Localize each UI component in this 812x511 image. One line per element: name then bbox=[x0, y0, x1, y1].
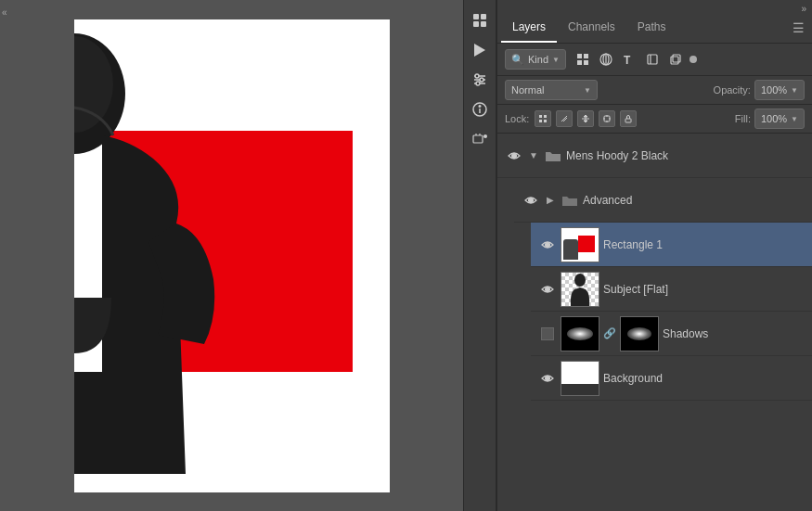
svg-point-15 bbox=[479, 106, 481, 108]
lock-all-icon[interactable] bbox=[620, 110, 637, 127]
svg-rect-22 bbox=[577, 60, 582, 65]
blend-mode-arrow: ▼ bbox=[584, 86, 591, 95]
svg-rect-5 bbox=[481, 21, 486, 27]
toolbar-icon-1[interactable] bbox=[467, 7, 493, 33]
opacity-arrow: ▼ bbox=[791, 86, 798, 95]
blend-mode-dropdown[interactable]: Normal ▼ bbox=[505, 80, 598, 100]
svg-rect-2 bbox=[473, 14, 479, 19]
collapse-left-button[interactable]: « bbox=[2, 7, 7, 18]
svg-rect-4 bbox=[473, 21, 479, 27]
svg-text:T: T bbox=[624, 54, 631, 66]
layer-visibility-toggle[interactable] bbox=[538, 280, 557, 299]
svg-point-10 bbox=[475, 74, 479, 78]
layer-link-icon[interactable]: 🔗 bbox=[603, 327, 616, 340]
kind-filter-dropdown[interactable]: 🔍 Kind ▼ bbox=[505, 49, 566, 70]
svg-rect-31 bbox=[673, 55, 680, 62]
layer-name: Subject [Flat] bbox=[603, 283, 805, 296]
layer-item[interactable]: Subject [Flat] bbox=[531, 267, 812, 312]
tab-paths[interactable]: Paths bbox=[626, 13, 677, 43]
hoodie-figure bbox=[74, 19, 232, 492]
toolbar-icon-play[interactable] bbox=[467, 37, 493, 63]
layer-thumbnail bbox=[561, 227, 599, 262]
svg-point-48 bbox=[512, 153, 517, 158]
fill-arrow: ▼ bbox=[791, 115, 798, 123]
toolbar-icon-info[interactable] bbox=[467, 96, 493, 122]
toolbar-icon-sliders[interactable] bbox=[467, 67, 493, 93]
layer-visibility-toggle[interactable] bbox=[538, 236, 557, 254]
svg-rect-20 bbox=[577, 54, 582, 58]
layer-expand-toggle[interactable]: ▼ bbox=[527, 149, 540, 162]
tabs-row: Layers Channels Paths ☰ bbox=[497, 13, 812, 44]
layer-name: Rectangle 1 bbox=[603, 238, 805, 251]
fill-group: Fill: 100% ▼ bbox=[735, 109, 805, 129]
svg-point-11 bbox=[480, 78, 483, 82]
layer-name: Mens Hoody 2 Black bbox=[566, 149, 805, 162]
opacity-label: Opacity: bbox=[714, 84, 751, 96]
layer-visibility-toggle[interactable] bbox=[522, 191, 540, 210]
blend-mode-row: Normal ▼ Opacity: 100% ▼ bbox=[497, 76, 812, 105]
svg-point-49 bbox=[529, 198, 534, 202]
right-panel: » Layers Channels Paths ☰ 🔍 Kind ▼ bbox=[496, 0, 812, 511]
layer-item[interactable]: 🔗 Shadows bbox=[531, 312, 812, 356]
svg-point-12 bbox=[476, 82, 480, 85]
filter-smart-icon[interactable] bbox=[666, 50, 685, 69]
collapse-right-button[interactable]: » bbox=[497, 0, 812, 13]
filter-pixel-icon[interactable] bbox=[574, 50, 592, 69]
layer-mask-thumbnail bbox=[620, 316, 659, 351]
svg-marker-41 bbox=[584, 121, 587, 122]
lock-row: Lock: bbox=[497, 105, 812, 134]
opacity-group: Opacity: 100% ▼ bbox=[714, 80, 805, 100]
svg-point-52 bbox=[574, 274, 586, 287]
search-icon: 🔍 bbox=[511, 54, 524, 66]
layer-thumbnail bbox=[561, 272, 599, 307]
lock-icons-group bbox=[535, 110, 637, 127]
layer-item[interactable]: Rectangle 1 bbox=[531, 223, 812, 267]
lock-artboard-icon[interactable] bbox=[599, 110, 615, 127]
svg-point-53 bbox=[546, 376, 550, 380]
layer-visibility-checkbox[interactable] bbox=[538, 325, 557, 343]
layer-expand-toggle[interactable]: ▶ bbox=[544, 194, 557, 207]
kind-label: Kind bbox=[528, 54, 548, 65]
layer-visibility-toggle[interactable] bbox=[505, 147, 523, 165]
svg-marker-40 bbox=[584, 115, 587, 117]
toolbar-icon-layers-arrange[interactable] bbox=[467, 126, 493, 152]
tab-layers[interactable]: Layers bbox=[501, 13, 557, 43]
layer-item[interactable]: Background bbox=[531, 356, 812, 401]
layer-folder-icon bbox=[561, 191, 579, 210]
layer-item[interactable]: ▼ Mens Hoody 2 Black bbox=[497, 134, 812, 178]
layer-item[interactable]: ▶ Advanced bbox=[514, 178, 812, 223]
layer-visibility-toggle[interactable] bbox=[538, 369, 557, 388]
svg-point-19 bbox=[483, 134, 487, 138]
svg-rect-21 bbox=[584, 54, 588, 58]
lock-paint-icon[interactable] bbox=[556, 110, 573, 127]
filter-toggle-dot[interactable] bbox=[690, 56, 697, 63]
filter-text-icon[interactable]: T bbox=[620, 50, 638, 69]
svg-rect-33 bbox=[544, 115, 547, 118]
kind-dropdown-arrow: ▼ bbox=[552, 56, 560, 64]
lock-label: Lock: bbox=[505, 113, 529, 124]
svg-rect-16 bbox=[473, 135, 483, 143]
layer-thumbnail bbox=[561, 361, 599, 396]
svg-rect-35 bbox=[544, 120, 547, 122]
filter-adjustment-icon[interactable] bbox=[597, 50, 615, 69]
svg-rect-23 bbox=[584, 60, 588, 65]
opacity-input[interactable]: 100% ▼ bbox=[754, 80, 805, 100]
filter-shape-icon[interactable] bbox=[643, 50, 662, 69]
fill-value-text: 100% bbox=[761, 113, 787, 124]
svg-rect-34 bbox=[539, 120, 542, 122]
svg-rect-30 bbox=[671, 57, 678, 64]
svg-rect-32 bbox=[539, 115, 542, 118]
fill-label: Fill: bbox=[735, 113, 751, 124]
svg-point-50 bbox=[546, 242, 550, 247]
fill-input[interactable]: 100% ▼ bbox=[754, 109, 805, 129]
svg-rect-47 bbox=[625, 119, 631, 122]
lock-move-icon[interactable] bbox=[577, 110, 594, 127]
layer-name: Advanced bbox=[583, 194, 805, 207]
svg-rect-3 bbox=[481, 14, 486, 19]
layer-name: Shadows bbox=[663, 327, 805, 340]
lock-transparency-icon[interactable] bbox=[535, 110, 551, 127]
filter-icons-group: T bbox=[574, 50, 697, 69]
opacity-value-text: 100% bbox=[761, 84, 787, 96]
tab-channels[interactable]: Channels bbox=[557, 13, 626, 43]
panel-menu-icon[interactable]: ☰ bbox=[789, 17, 808, 39]
